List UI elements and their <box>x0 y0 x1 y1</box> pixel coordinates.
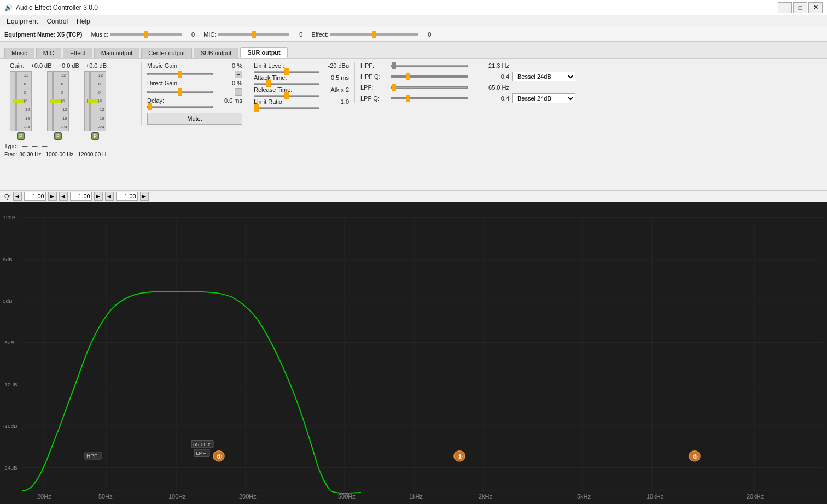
tabs-bar: Music MIC Effect Main output Center outp… <box>0 42 827 59</box>
tab-center-output[interactable]: Center output <box>141 48 192 58</box>
lpf-slider[interactable] <box>391 86 468 89</box>
mic-slider-group: MIC: 0 <box>203 31 302 38</box>
chart-area: 12dB 6dB 0dB -6dB -12dB -18dB -24dB 20Hz… <box>0 202 827 504</box>
effect-slider[interactable] <box>330 33 418 36</box>
delay-slider[interactable] <box>147 106 213 108</box>
release-time-slider[interactable] <box>254 95 319 97</box>
menu-equipment[interactable]: Equipment <box>2 16 42 26</box>
svg-text:1kHz: 1kHz <box>409 494 423 500</box>
close-button[interactable]: ✕ <box>808 2 823 13</box>
svg-text:-18dB: -18dB <box>3 423 18 429</box>
p-button-ch2[interactable]: P <box>54 132 62 140</box>
q3-input[interactable] <box>116 192 138 201</box>
tab-sub-output[interactable]: SUB output <box>194 48 238 58</box>
p-button-ch1[interactable]: P <box>17 132 25 140</box>
hpf-type-select[interactable]: Bessel 24dB Butterworth 12dB Butterworth… <box>512 72 575 81</box>
hpf-slider[interactable] <box>391 65 468 67</box>
svg-text:20kHz: 20kHz <box>747 494 764 500</box>
direct-gain-label: Direct Gain: <box>147 80 196 86</box>
direct-gain-slider[interactable] <box>147 91 213 93</box>
limit-ratio-slider[interactable] <box>254 107 319 109</box>
tab-effect[interactable]: Effect <box>63 48 92 58</box>
gain-ch2-thumb[interactable] <box>50 99 62 103</box>
gain-ch1-slider-container: 1260-6-12-18-24 <box>10 71 32 131</box>
hpf-value: 21.3 Hz <box>471 62 509 69</box>
gain-ch2-slider-container: 1260-6-12-18-24 <box>47 71 69 131</box>
gain-label-row: Gain: +0.0 dB +0.0 dB +0.0 dB <box>4 62 136 69</box>
delay-slider-row <box>147 106 242 108</box>
music-slider[interactable] <box>110 33 182 36</box>
menu-help[interactable]: Help <box>72 16 95 26</box>
p-button-ch3[interactable]: P <box>91 132 99 140</box>
music-gain-value: 0 % <box>209 62 242 69</box>
svg-text:-6dB: -6dB <box>3 339 14 345</box>
limit-level-slider-row <box>254 71 349 73</box>
delay-value: 0.0 ms <box>209 97 242 104</box>
mute-button[interactable]: Mute. <box>147 113 242 125</box>
music-gain-slider[interactable] <box>147 73 213 75</box>
svg-text:10kHz: 10kHz <box>647 494 663 500</box>
q2-down[interactable]: ◀ <box>59 192 68 201</box>
q3-up[interactable]: ▶ <box>140 192 149 201</box>
type-ch2: — <box>32 143 37 149</box>
svg-text:50Hz: 50Hz <box>98 494 113 500</box>
gain-sliders-row: 1260-6-12-18-24 P 1260-6-12-18-24 P <box>4 71 136 140</box>
tab-mic[interactable]: MIC <box>36 48 61 58</box>
lpf-q-label: LPF Q: <box>360 95 388 102</box>
svg-text:LPF: LPF <box>196 450 206 456</box>
svg-text:-24dB: -24dB <box>3 465 18 471</box>
gain-ch3-thumb[interactable] <box>87 99 99 103</box>
gain-ch1-thumb[interactable] <box>13 99 25 103</box>
svg-text:②: ② <box>457 453 463 460</box>
lpf-label: LPF: <box>360 84 388 91</box>
maximize-button[interactable]: □ <box>793 2 807 13</box>
freq-ch1: 80.30 Hz <box>19 151 41 157</box>
lpf-q-slider[interactable] <box>391 97 468 99</box>
minimize-button[interactable]: ─ <box>778 2 792 13</box>
svg-text:-12dB: -12dB <box>3 382 18 388</box>
app-title: Audio Effect Controller 3.0.0 <box>16 4 98 11</box>
tab-main-output[interactable]: Main output <box>94 48 139 58</box>
menu-control[interactable]: Control <box>42 16 72 26</box>
freq-row: Freq: 80.30 Hz 1000.00 Hz 12000.00 H <box>4 151 136 157</box>
svg-text:100Hz: 100Hz <box>168 494 186 500</box>
svg-text:65.0Hz: 65.0Hz <box>193 441 211 447</box>
titlebar: 🔊 Audio Effect Controller 3.0.0 ─ □ ✕ <box>0 0 827 15</box>
tab-music[interactable]: Music <box>4 48 34 58</box>
svg-text:0dB: 0dB <box>3 298 13 304</box>
svg-text:12dB: 12dB <box>3 215 15 221</box>
hpf-q-slider[interactable] <box>391 75 468 78</box>
q1-input[interactable] <box>24 192 46 201</box>
lpf-type-select[interactable]: Bessel 24dB Butterworth 12dB Butterworth… <box>512 93 575 103</box>
hpf-q-label: HPF Q: <box>360 73 388 80</box>
limit-level-slider[interactable] <box>254 71 319 73</box>
equipment-name: Equipment Name: X5 (TCP) <box>4 31 82 38</box>
music-gain-minus[interactable]: − <box>235 71 242 78</box>
gain-section: Gain: +0.0 dB +0.0 dB +0.0 dB 1260-6-12-… <box>4 62 136 157</box>
gain-ch3-slider-container: 1260-6-12-18-24 <box>84 71 106 131</box>
mic-value: 0 <box>292 31 302 38</box>
q2-up[interactable]: ▶ <box>94 192 103 201</box>
direct-gain-minus[interactable]: − <box>235 88 242 96</box>
hpf-q-row: HPF Q: 0.4 Bessel 24dB Butterworth 12dB … <box>360 72 575 81</box>
mic-slider[interactable] <box>218 33 289 36</box>
release-time-slider-row <box>254 95 349 97</box>
type-ch3: — <box>42 143 47 149</box>
attack-time-slider[interactable] <box>254 83 319 85</box>
mic-label: MIC: <box>203 31 216 38</box>
equipment-bar: Equipment Name: X5 (TCP) Music: 0 MIC: 0… <box>0 27 827 42</box>
music-label: Music: <box>91 31 108 38</box>
gain-ch2: 1260-6-12-18-24 P <box>42 71 74 140</box>
q1-down[interactable]: ◀ <box>13 192 22 201</box>
tab-sur-output[interactable]: SUR output <box>240 47 287 58</box>
gain-ch1: 1260-6-12-18-24 P <box>4 71 37 140</box>
q2-input[interactable] <box>70 192 92 201</box>
release-time-value: Atk x 2 <box>316 86 349 93</box>
bottom-controls: Q: ◀ ▶ ◀ ▶ ◀ ▶ <box>0 190 827 202</box>
svg-text:200Hz: 200Hz <box>239 494 257 500</box>
limit-level-value: -20 dBu <box>316 62 349 69</box>
q1-up[interactable]: ▶ <box>48 192 57 201</box>
hpf-q-value: 0.4 <box>471 73 509 80</box>
limit-ratio-slider-row <box>254 107 349 109</box>
q3-down[interactable]: ◀ <box>105 192 114 201</box>
